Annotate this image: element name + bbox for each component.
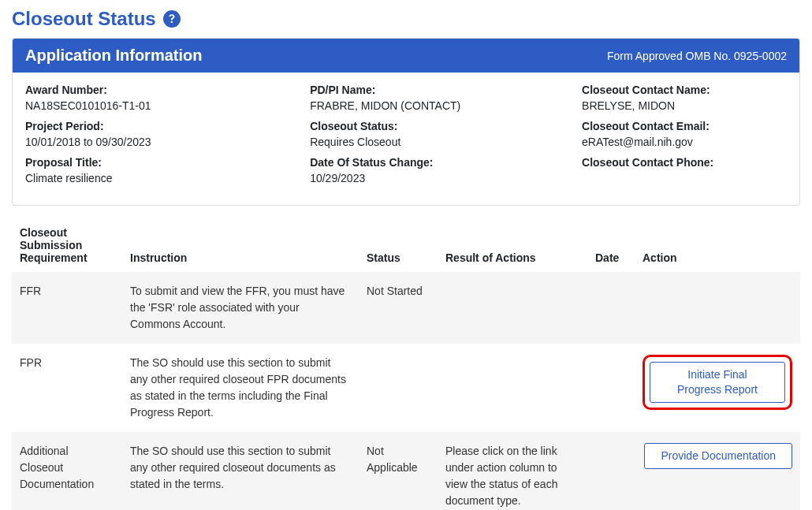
highlight-box: Initiate Final Progress Report — [643, 355, 792, 410]
col-instruction: Instruction — [122, 220, 359, 272]
proposal-title-label: Proposal Title: — [25, 156, 294, 169]
cell-requirement: FPR — [12, 344, 122, 432]
col-status: Status — [359, 220, 438, 272]
pdpi-name-label: PD/PI Name: — [310, 84, 566, 96]
cell-result: Please click on the link under action co… — [438, 432, 587, 510]
col-result: Result of Actions — [438, 220, 587, 272]
contact-email-value: eRATest@mail.nih.gov — [582, 136, 787, 148]
application-information-card: Application Information Form Approved OM… — [12, 38, 800, 206]
info-grid: Award Number: NA18SEC0101016-T1-01 Proje… — [13, 73, 799, 205]
page-title: Closeout Status — [12, 8, 156, 30]
cell-action — [635, 272, 800, 344]
closeout-status-label: Closeout Status: — [310, 120, 566, 132]
cell-result — [438, 344, 587, 432]
cell-instruction: To submit and view the FFR, you must hav… — [122, 272, 359, 344]
contact-email-label: Closeout Contact Email: — [582, 120, 787, 132]
col-requirement: Closeout Submission Requirement — [12, 220, 122, 272]
date-status-change-label: Date Of Status Change: — [310, 156, 566, 169]
cell-status: Not Applicable — [359, 432, 438, 510]
table-row: FPR The SO should use this section to su… — [12, 344, 800, 432]
cell-date — [587, 272, 635, 344]
cell-result — [438, 272, 587, 344]
initiate-final-progress-report-button[interactable]: Initiate Final Progress Report — [650, 362, 785, 403]
table-row: FFR To submit and view the FFR, you must… — [12, 272, 800, 344]
contact-name-value: BRELYSE, MIDON — [582, 99, 787, 112]
cell-action: Initiate Final Progress Report — [635, 344, 800, 432]
table-header-row: Closeout Submission Requirement Instruct… — [12, 220, 800, 272]
contact-phone-label: Closeout Contact Phone: — [582, 156, 787, 169]
proposal-title-value: Climate resilience — [25, 172, 294, 184]
col-action: Action — [635, 220, 800, 272]
table-row: Additional Closeout Documentation The SO… — [12, 432, 800, 510]
pdpi-name-value: FRABRE, MIDON (CONTACT) — [310, 99, 566, 112]
cell-instruction: The SO should use this section to submit… — [122, 432, 359, 510]
cell-date — [587, 432, 635, 510]
cell-date — [587, 344, 635, 432]
page-title-row: Closeout Status — [12, 8, 800, 30]
col-date: Date — [587, 220, 635, 272]
cell-status: Not Started — [359, 272, 438, 344]
cell-requirement: FFR — [12, 272, 122, 344]
cell-instruction: The SO should use this section to submit… — [122, 344, 359, 432]
project-period-label: Project Period: — [25, 120, 294, 132]
project-period-value: 10/01/2018 to 09/30/2023 — [25, 136, 294, 148]
info-col-3: Closeout Contact Name: BRELYSE, MIDON Cl… — [582, 84, 787, 192]
award-number-value: NA18SEC0101016-T1-01 — [25, 99, 294, 112]
cell-requirement: Additional Closeout Documentation — [12, 432, 122, 510]
card-header: Application Information Form Approved OM… — [13, 39, 799, 73]
contact-name-label: Closeout Contact Name: — [582, 84, 787, 96]
cell-status — [359, 344, 438, 432]
info-col-2: PD/PI Name: FRABRE, MIDON (CONTACT) Clos… — [310, 84, 566, 192]
provide-documentation-button[interactable]: Provide Documentation — [644, 443, 792, 469]
card-header-title: Application Information — [25, 47, 202, 65]
help-icon[interactable] — [162, 9, 181, 28]
info-col-1: Award Number: NA18SEC0101016-T1-01 Proje… — [25, 84, 294, 192]
card-header-right: Form Approved OMB No. 0925-0002 — [607, 50, 787, 62]
cell-action: Provide Documentation — [635, 432, 800, 510]
award-number-label: Award Number: — [25, 84, 294, 96]
date-status-change-value: 10/29/2023 — [310, 172, 566, 184]
closeout-table: Closeout Submission Requirement Instruct… — [12, 220, 800, 510]
closeout-status-value: Requires Closeout — [310, 136, 566, 148]
